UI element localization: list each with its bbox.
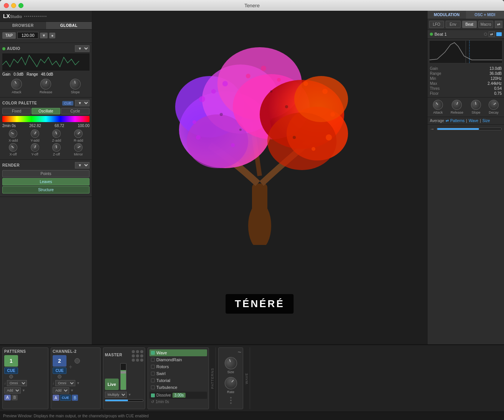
channel2-btn[interactable]: 2 bbox=[53, 355, 66, 367]
max-param-label: Max bbox=[430, 81, 466, 86]
live-btn[interactable]: Live bbox=[105, 379, 119, 390]
mirror-knob[interactable] bbox=[73, 142, 84, 153]
mod-release-knob[interactable] bbox=[451, 98, 463, 111]
svg-point-15 bbox=[192, 120, 196, 124]
channel2-controls: 2 CUE + bbox=[53, 355, 99, 379]
channel1-cue-btn[interactable]: CUE bbox=[4, 367, 18, 374]
modulation-tab[interactable]: MODULATION bbox=[428, 11, 466, 19]
channel1-btn[interactable]: 1 bbox=[4, 355, 18, 367]
channel1-blend[interactable]: Add bbox=[4, 387, 21, 394]
pattern-tutorial[interactable]: Tutorial bbox=[149, 377, 207, 384]
mod-slope-knob[interactable] bbox=[470, 99, 482, 111]
yadd-knob[interactable] bbox=[29, 128, 41, 139]
slope-knob[interactable] bbox=[69, 78, 81, 90]
pattern-diamondrain[interactable]: DiamondRain bbox=[149, 356, 207, 363]
mod-arrows-btn[interactable]: ⇄ bbox=[495, 21, 502, 28]
channel2-b-btn[interactable]: B bbox=[72, 395, 78, 401]
mod-decay-knob[interactable] bbox=[487, 98, 501, 112]
yoff-knob[interactable] bbox=[29, 142, 40, 153]
tap-row: TAP ▼ ● bbox=[2, 32, 90, 39]
audio-dropdown[interactable]: ▼ bbox=[75, 45, 90, 52]
bpm-decrease[interactable]: ▼ bbox=[40, 33, 48, 38]
beat-btn[interactable]: Beat bbox=[462, 21, 477, 28]
channel2-blend[interactable]: Add bbox=[53, 387, 69, 394]
master-fader[interactable] bbox=[120, 363, 126, 390]
channel1-b-btn[interactable]: B bbox=[12, 395, 18, 400]
maximize-button[interactable] bbox=[18, 3, 23, 8]
separator2: | bbox=[480, 119, 481, 123]
xadd-knob[interactable] bbox=[7, 128, 19, 139]
tap-button[interactable]: TAP bbox=[2, 32, 16, 39]
beat-forward[interactable]: ⇄ bbox=[489, 31, 495, 37]
pattern-rotors[interactable]: Rotors bbox=[149, 363, 207, 370]
render-dropdown[interactable]: ▼ bbox=[75, 162, 90, 169]
points-btn[interactable]: Points bbox=[2, 170, 90, 177]
tilde-btn[interactable]: ~ bbox=[238, 349, 241, 356]
zadd-knob-wrapper: Z-add bbox=[52, 129, 61, 142]
beat-visualizer bbox=[429, 40, 502, 63]
close-button[interactable] bbox=[4, 3, 9, 8]
channel2-title: Channel-2 bbox=[53, 349, 99, 354]
gain-param-value: 13.0dB bbox=[466, 66, 502, 71]
modulation-panel: MODULATION OSC + MIDI LFO Env Beat Macro… bbox=[427, 11, 504, 344]
bpm-input[interactable] bbox=[17, 32, 38, 39]
channel2-cue-inline[interactable]: CUE bbox=[60, 395, 71, 401]
beat-label: Beat 1 bbox=[434, 32, 482, 36]
channel2-a-btn[interactable]: A bbox=[53, 395, 59, 401]
wave-label: Wave bbox=[156, 351, 167, 355]
channel2-dot[interactable] bbox=[58, 375, 61, 379]
browser-tab[interactable]: BROWSER bbox=[0, 22, 46, 29]
time-row: ↺ 1min 0s bbox=[149, 399, 207, 405]
thres-param-label: Thres bbox=[430, 86, 466, 91]
global-tab[interactable]: GLOBAL bbox=[46, 22, 92, 29]
rate-knob[interactable] bbox=[222, 374, 239, 392]
osc-midi-tab[interactable]: OSC + MIDI bbox=[466, 11, 504, 19]
zoff-knob[interactable] bbox=[51, 142, 61, 152]
dissolve-row: Dissolve 3.00s bbox=[149, 392, 207, 399]
channel2-cue-btn[interactable]: CUE bbox=[53, 367, 66, 374]
palette-dropdown[interactable]: ▼ bbox=[75, 100, 90, 106]
tenere-label: TÉNÉRÉ bbox=[225, 294, 293, 314]
pattern-swirl[interactable]: Swirl bbox=[149, 370, 207, 377]
master-blend[interactable]: Multiply bbox=[105, 392, 127, 398]
channel1-dot[interactable] bbox=[9, 375, 13, 379]
patterns-link[interactable]: Patterns bbox=[450, 119, 464, 123]
bpm-increase[interactable]: ● bbox=[49, 33, 55, 38]
pattern-turbulence[interactable]: Turbulence bbox=[149, 384, 207, 391]
zadd-knob[interactable] bbox=[51, 128, 62, 139]
pattern-wave[interactable]: Wave bbox=[149, 349, 207, 356]
radd-knob[interactable] bbox=[73, 127, 85, 139]
channel1-omni-row: ♩ Omni bbox=[4, 380, 46, 386]
size-link[interactable]: Size bbox=[482, 119, 490, 123]
lfo-btn[interactable]: LFO bbox=[429, 21, 444, 28]
channel1-a-btn[interactable]: A bbox=[4, 395, 11, 400]
cycle-tab[interactable]: Cycle bbox=[61, 108, 90, 114]
macro-btn[interactable]: Macro bbox=[478, 21, 493, 28]
fader-thumb bbox=[121, 371, 126, 374]
release-knob[interactable] bbox=[39, 77, 53, 91]
cue-badge[interactable]: CUE bbox=[62, 101, 73, 106]
oscillate-tab[interactable]: Oscillate bbox=[32, 108, 60, 114]
wave-link[interactable]: Wave bbox=[469, 119, 478, 123]
channel2-omni[interactable]: Omni bbox=[55, 380, 75, 386]
channel1-omni[interactable]: Omni bbox=[7, 380, 27, 386]
leaves-btn[interactable]: Leaves bbox=[2, 178, 90, 185]
render-section: RENDER ▼ Points Leaves Structure bbox=[0, 160, 92, 197]
patterns-rotated: Patterns bbox=[211, 368, 214, 389]
minimize-button[interactable] bbox=[11, 3, 16, 8]
size-knob[interactable] bbox=[223, 355, 239, 371]
xoff-knob[interactable] bbox=[7, 141, 19, 153]
fixed-tab[interactable]: Fixed bbox=[2, 108, 31, 114]
dot bbox=[24, 16, 25, 17]
structure-btn[interactable]: Structure bbox=[2, 186, 90, 193]
channel2-dot2[interactable] bbox=[75, 358, 80, 364]
env-btn[interactable]: Env bbox=[446, 21, 461, 28]
zoff-knob-wrapper: Z-off bbox=[52, 143, 61, 156]
beat-blue-indicator bbox=[496, 32, 502, 36]
mod-attack-knob[interactable] bbox=[431, 98, 445, 112]
channel2-dot-group bbox=[75, 355, 80, 364]
diamondrain-label: DiamondRain bbox=[156, 357, 182, 362]
svg-point-28 bbox=[285, 105, 288, 108]
mirror-label: Mirror bbox=[74, 152, 83, 156]
attack-knob[interactable] bbox=[9, 77, 24, 91]
